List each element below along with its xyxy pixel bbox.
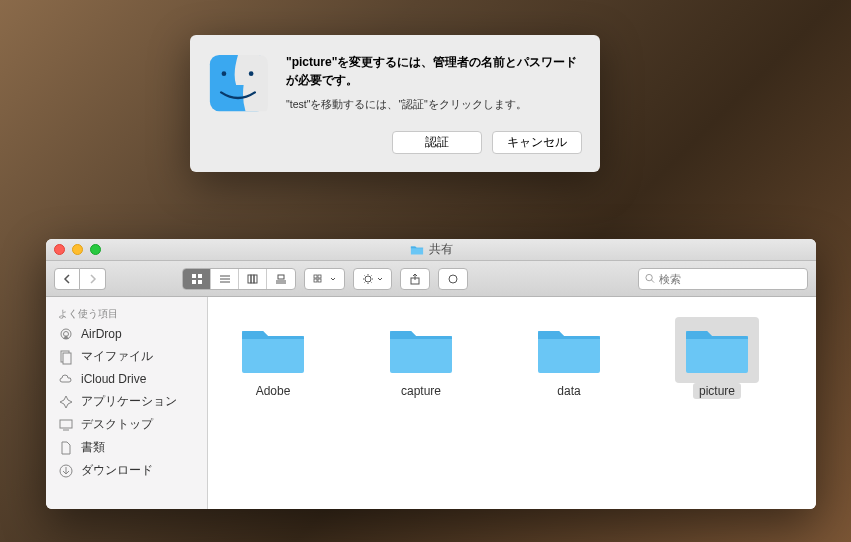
titlebar: 共有 xyxy=(46,239,816,261)
toolbar xyxy=(46,261,816,297)
search-icon xyxy=(645,273,655,284)
forward-button[interactable] xyxy=(80,268,106,290)
folder-label: picture xyxy=(693,383,741,399)
svg-point-2 xyxy=(249,71,254,76)
sidebar-item-airdrop[interactable]: AirDrop xyxy=(46,323,207,345)
folder-icon xyxy=(379,317,463,383)
svg-rect-29 xyxy=(60,420,72,428)
zoom-button[interactable] xyxy=(90,244,101,255)
svg-rect-17 xyxy=(318,275,321,278)
svg-point-23 xyxy=(646,274,652,280)
view-segment xyxy=(182,268,296,290)
sidebar-item-apps[interactable]: アプリケーション xyxy=(46,390,207,413)
folder-label: Adobe xyxy=(250,383,297,399)
folder-label: data xyxy=(551,383,586,399)
close-button[interactable] xyxy=(54,244,65,255)
svg-line-24 xyxy=(651,280,654,283)
auth-dialog: "picture"を変更するには、管理者の名前とパスワードが必要です。 "tes… xyxy=(190,35,600,172)
minimize-button[interactable] xyxy=(72,244,83,255)
svg-rect-13 xyxy=(278,275,284,279)
sidebar-item-icloud[interactable]: iCloud Drive xyxy=(46,368,207,390)
folder-icon xyxy=(675,317,759,383)
folder-icon xyxy=(231,317,315,383)
folder-picture[interactable]: picture xyxy=(662,317,772,399)
icon-view-button[interactable] xyxy=(183,269,211,289)
sidebar-header: よく使う項目 xyxy=(46,303,207,323)
sidebar-item-downloads[interactable]: ダウンロード xyxy=(46,459,207,482)
sidebar: よく使う項目 AirDrop マイファイル iCloud Drive アプリケー… xyxy=(46,297,208,509)
search-field[interactable] xyxy=(638,268,808,290)
svg-rect-18 xyxy=(314,279,317,282)
svg-rect-4 xyxy=(198,274,202,278)
window-title: 共有 xyxy=(46,241,816,258)
svg-rect-6 xyxy=(198,280,202,284)
dialog-title: "picture"を変更するには、管理者の名前とパスワードが必要です。 xyxy=(286,53,582,89)
sidebar-item-documents[interactable]: 書類 xyxy=(46,436,207,459)
arrange-button[interactable] xyxy=(304,268,345,290)
share-button[interactable] xyxy=(400,268,430,290)
finder-icon xyxy=(208,53,268,113)
list-view-button[interactable] xyxy=(211,269,239,289)
coverflow-view-button[interactable] xyxy=(267,269,295,289)
folder-data[interactable]: data xyxy=(514,317,624,399)
action-button[interactable] xyxy=(353,268,392,290)
folder-Adobe[interactable]: Adobe xyxy=(218,317,328,399)
search-input[interactable] xyxy=(659,273,801,285)
column-view-button[interactable] xyxy=(239,269,267,289)
svg-point-20 xyxy=(365,276,371,282)
svg-point-1 xyxy=(222,71,227,76)
folder-label: capture xyxy=(395,383,447,399)
cancel-button[interactable]: キャンセル xyxy=(492,131,582,154)
svg-rect-5 xyxy=(192,280,196,284)
tags-button[interactable] xyxy=(438,268,468,290)
content-area[interactable]: Adobecapturedatapicture xyxy=(208,297,816,509)
sidebar-item-desktop[interactable]: デスクトップ xyxy=(46,413,207,436)
auth-button[interactable]: 認証 xyxy=(392,131,482,154)
back-button[interactable] xyxy=(54,268,80,290)
folder-capture[interactable]: capture xyxy=(366,317,476,399)
dialog-message: "test"を移動するには、"認証"をクリックします。 xyxy=(286,97,582,112)
svg-rect-28 xyxy=(63,353,71,364)
finder-window: 共有 よく使う項目 AirDrop マイファイル iCloud Driv xyxy=(46,239,816,509)
svg-point-22 xyxy=(449,275,457,283)
svg-rect-12 xyxy=(254,275,257,283)
svg-rect-19 xyxy=(318,279,321,282)
svg-rect-16 xyxy=(314,275,317,278)
sidebar-item-myfiles[interactable]: マイファイル xyxy=(46,345,207,368)
folder-icon xyxy=(527,317,611,383)
svg-rect-3 xyxy=(192,274,196,278)
